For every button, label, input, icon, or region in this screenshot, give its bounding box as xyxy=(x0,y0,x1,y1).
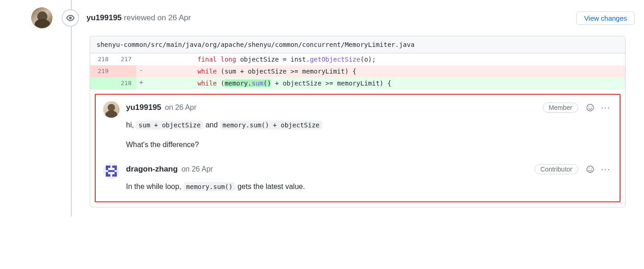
new-line-number[interactable] xyxy=(113,65,136,77)
diff-code-line: while (memory.sum() + objectSize >= memo… xyxy=(146,77,625,89)
author-role-badge: Member xyxy=(543,103,578,113)
svg-point-18 xyxy=(591,168,592,169)
svg-rect-10 xyxy=(106,172,108,175)
svg-rect-12 xyxy=(106,175,108,177)
svg-rect-6 xyxy=(115,166,117,168)
old-line-number[interactable]: 218 xyxy=(90,53,113,65)
comment-author-link[interactable]: yu199195 xyxy=(126,103,161,112)
reviewer-username-link[interactable]: yu199195 xyxy=(86,13,122,22)
review-body: shenyu-common/src/main/java/org/apache/s… xyxy=(90,36,626,207)
diff-row-deletion: 219 - while (sum + objectSize >= memoryL… xyxy=(90,65,625,77)
svg-point-0 xyxy=(587,104,593,111)
svg-rect-13 xyxy=(108,175,110,177)
diff-marker: + xyxy=(136,77,146,89)
diff-row-context: 218 217 final long objectSize = inst.get… xyxy=(90,53,625,65)
diff-marker xyxy=(136,53,146,65)
comment-author-avatar[interactable] xyxy=(103,101,120,118)
comment-date-link[interactable]: on 26 Apr xyxy=(165,103,197,112)
svg-point-16 xyxy=(587,166,593,172)
comment-date-link[interactable]: on 26 Apr xyxy=(181,165,213,173)
svg-point-17 xyxy=(589,168,589,169)
svg-rect-4 xyxy=(108,166,110,168)
add-reaction-button[interactable] xyxy=(584,163,597,176)
diff-code-line: final long objectSize = inst.getObjectSi… xyxy=(146,53,625,65)
svg-rect-14 xyxy=(112,175,115,177)
comments-highlight-box: yu199195 on 26 Apr Member ··· hi, sum + … xyxy=(95,94,621,202)
comment-header: dragon-zhang on 26 Apr Contributor ··· xyxy=(126,163,612,176)
review-icon xyxy=(62,9,79,27)
comment-body: In the while loop, memory.sum() gets the… xyxy=(126,180,612,193)
diff-marker: - xyxy=(136,65,146,77)
reviewer-avatar[interactable] xyxy=(31,7,52,29)
svg-point-1 xyxy=(589,106,589,107)
svg-rect-15 xyxy=(115,175,117,177)
add-reaction-button[interactable] xyxy=(584,101,597,114)
timeline-line xyxy=(71,0,72,217)
author-role-badge: Contributor xyxy=(535,164,578,174)
review-date-link[interactable]: on 26 Apr xyxy=(157,13,191,22)
inline-code: memory.sum() + objectSize xyxy=(220,120,322,130)
svg-rect-9 xyxy=(108,170,115,172)
inline-code: memory.sum() xyxy=(184,182,236,191)
svg-rect-5 xyxy=(112,166,115,168)
review-action-text: reviewed xyxy=(124,13,157,22)
svg-point-2 xyxy=(591,106,592,107)
comment-header: yu199195 on 26 Apr Member ··· xyxy=(126,101,612,114)
old-line-number[interactable] xyxy=(90,77,113,89)
old-line-number[interactable]: 219 xyxy=(90,65,113,77)
comment-author-link[interactable]: dragon-zhang xyxy=(126,165,178,174)
svg-rect-3 xyxy=(106,166,108,168)
comment-menu-button[interactable]: ··· xyxy=(599,163,612,176)
review-title: yu199195 reviewed on 26 Apr xyxy=(86,13,576,23)
review-header: yu199195 reviewed on 26 Apr View changes xyxy=(9,0,635,36)
diff-table: 218 217 final long objectSize = inst.get… xyxy=(90,53,625,89)
svg-rect-11 xyxy=(115,172,117,175)
comment-menu-button[interactable]: ··· xyxy=(599,101,612,114)
inline-code: sum + objectSize xyxy=(136,120,203,130)
comment-body: hi, sum + objectSize and memory.sum() + … xyxy=(126,119,612,151)
review-comment: dragon-zhang on 26 Apr Contributor ··· I… xyxy=(96,159,620,201)
new-line-number[interactable]: 217 xyxy=(113,53,136,65)
svg-rect-7 xyxy=(106,168,108,170)
view-changes-button[interactable]: View changes xyxy=(576,11,635,25)
comment-author-avatar[interactable] xyxy=(103,163,120,179)
review-comment: yu199195 on 26 Apr Member ··· hi, sum + … xyxy=(96,95,620,159)
diff-code-line: while (sum + objectSize >= memoryLimit) … xyxy=(146,65,625,77)
new-line-number[interactable]: 218 xyxy=(113,77,136,89)
svg-rect-8 xyxy=(115,168,117,170)
diff-row-addition: 218 + while (memory.sum() + objectSize >… xyxy=(90,77,625,89)
file-path-header[interactable]: shenyu-common/src/main/java/org/apache/s… xyxy=(90,36,625,53)
